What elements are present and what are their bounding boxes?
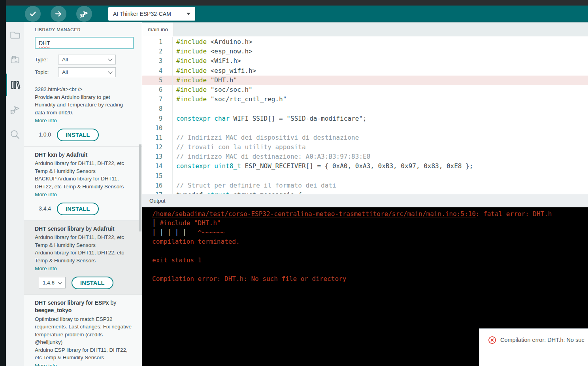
console-line: compilation terminated. (152, 237, 588, 246)
topic-filter-value: All (62, 69, 68, 75)
type-filter-select[interactable]: All (58, 55, 116, 64)
install-button[interactable]: INSTALL (57, 203, 99, 215)
code-line: 10 (142, 123, 588, 133)
console-line: /home/sebadima/test/corso-ESP32-centrali… (152, 209, 588, 218)
board-icon (9, 54, 21, 66)
sidebar-item-search[interactable] (9, 128, 21, 141)
sidebar-item-library-manager[interactable] (9, 78, 21, 91)
chevron-down-icon (187, 13, 190, 15)
active-tab-indicator (6, 74, 7, 96)
install-button[interactable]: INSTALL (57, 129, 99, 141)
more-info-link[interactable]: More info (35, 362, 132, 366)
version-select[interactable]: 1.4.6 (39, 277, 66, 288)
toast-message: Compilation error: DHT.h: No suc (500, 336, 584, 344)
more-info-link[interactable]: More info (35, 265, 132, 273)
editor-tab-bar: main.ino (142, 22, 588, 36)
library-entry-description: BACKUP Arduino library for DHT11, DHT22,… (35, 175, 132, 190)
console-line (152, 247, 588, 256)
library-entry: DHT sensor library by AdafruitArduino li… (24, 220, 142, 294)
library-entry-title: DHT sensor library for ESPx by beegee_to… (35, 299, 132, 315)
output-panel-header: Output (142, 194, 588, 207)
library-manager-panel: LIBRARY MANAGER DHT Type: All Topic: All… (24, 22, 142, 366)
code-line-text (173, 104, 176, 114)
library-entry-description: Optimized libray to match ESP32 requirem… (35, 315, 132, 346)
library-entry-description: Arduino library for DHT11, DHT22, etc Te… (35, 249, 132, 264)
code-line: 5#include "DHT.h" (142, 76, 588, 85)
line-number: 9 (142, 114, 173, 123)
console-line (152, 265, 588, 274)
check-icon (28, 9, 37, 18)
search-icon (9, 129, 21, 140)
library-entry-description: Arduino library for DHT11, DHT22, etc Te… (35, 233, 132, 249)
install-button[interactable]: INSTALL (72, 277, 113, 289)
line-number: 14 (142, 161, 173, 171)
board-selector[interactable]: AI Thinker ESP32-CAM (108, 7, 195, 21)
panel-title: LIBRARY MANAGER (24, 22, 142, 32)
version-label: 3.4.4 (39, 205, 51, 213)
line-number: 17 (142, 190, 173, 194)
more-info-link[interactable]: More info (35, 191, 132, 199)
code-line: 3#include <WiFi.h> (142, 56, 588, 66)
library-filters: Type: All Topic: All (35, 55, 134, 77)
editor-column: main.ino 1#include <Arduino.h>2#include … (142, 22, 588, 366)
activity-bar (6, 22, 24, 366)
toolbar: AI Thinker ESP32-CAM (6, 6, 588, 22)
line-number: 13 (142, 152, 173, 161)
library-entry: 3282.html</a><br />Provide an Arduino li… (24, 81, 142, 146)
line-number: 16 (142, 181, 173, 190)
library-entry-actions: 1.4.6INSTALL (35, 277, 132, 289)
chevron-down-icon (58, 280, 62, 284)
library-entry-title: DHT sensor library by Adafruit (35, 225, 132, 233)
code-line-text: #include <esp_wifi.h> (173, 66, 256, 76)
topic-filter-select[interactable]: All (58, 67, 116, 77)
line-number: 2 (142, 47, 173, 56)
sidebar-item-boards-manager[interactable] (9, 53, 21, 66)
tab-main-ino[interactable]: main.ino (142, 23, 174, 36)
code-line: 12// trovati con la utility apposita (142, 142, 588, 152)
code-line: 2#include <esp_now.h> (142, 47, 588, 56)
sidebar-item-sketchbook[interactable] (9, 28, 21, 41)
panel-scrollbar[interactable] (139, 144, 141, 231)
line-number: 10 (142, 123, 173, 133)
line-number: 1 (142, 37, 173, 47)
code-line-text: // indirizzo MAC di destinazione: A0:A3:… (173, 152, 370, 161)
sidebar-item-debug[interactable] (9, 103, 21, 116)
debug-button[interactable] (76, 6, 92, 22)
line-number: 3 (142, 56, 173, 66)
topic-filter-label: Topic: (35, 69, 58, 75)
library-entry-description: Provide an Arduino library to get Humidi… (35, 93, 132, 117)
library-entry: DHT kxn by AdafruitArduino library for D… (24, 146, 142, 220)
library-entry-description: 3282.html</a><br /> (35, 85, 132, 93)
code-line-text (173, 171, 176, 181)
library-results-list: 3282.html</a><br />Provide an Arduino li… (24, 81, 142, 366)
library-search-input[interactable]: DHT (35, 37, 134, 49)
line-number: 4 (142, 66, 173, 76)
chevron-down-icon (108, 69, 112, 74)
code-line-text: // Indirizzi MAC dei dispositivi di dest… (173, 133, 359, 142)
code-editor[interactable]: 1#include <Arduino.h>2#include <esp_now.… (142, 36, 588, 194)
upload-button[interactable] (51, 6, 66, 22)
line-number: 12 (142, 142, 173, 152)
code-line: 15 (142, 171, 588, 181)
verify-button[interactable] (25, 6, 41, 22)
debug-icon (79, 9, 89, 19)
library-entry-description: Arduino library for DHT11, DHT22, etc Te… (35, 159, 132, 175)
library-entry-actions: 3.4.4INSTALL (35, 203, 132, 215)
code-line: 16// Struct per definire il formato dei … (142, 181, 588, 190)
search-input-value: DHT (39, 40, 50, 46)
code-line: 9constexpr char WIFI_SSID[] = "SSID-da-m… (142, 114, 588, 123)
window-left-edge (0, 0, 6, 366)
code-line-text: constexpr char WIFI_SSID[] = "SSID-da-mo… (173, 114, 367, 123)
version-label: 1.0.0 (39, 131, 51, 139)
line-number: 11 (142, 133, 173, 142)
more-info-link[interactable]: More info (35, 117, 132, 125)
console-line: Compilation error: DHT.h: No such file o… (152, 274, 588, 283)
code-line: 8 (142, 104, 588, 114)
error-circle-icon (488, 336, 496, 344)
code-line: 7#include "soc/rtc_cntl_reg.h" (142, 95, 588, 104)
main-content: LIBRARY MANAGER DHT Type: All Topic: All… (6, 22, 588, 366)
code-line: 6#include "soc/soc.h" (142, 85, 588, 95)
output-panel-title: Output (149, 198, 166, 204)
books-icon (9, 79, 21, 91)
code-line-text: #include "soc/rtc_cntl_reg.h" (173, 95, 286, 104)
